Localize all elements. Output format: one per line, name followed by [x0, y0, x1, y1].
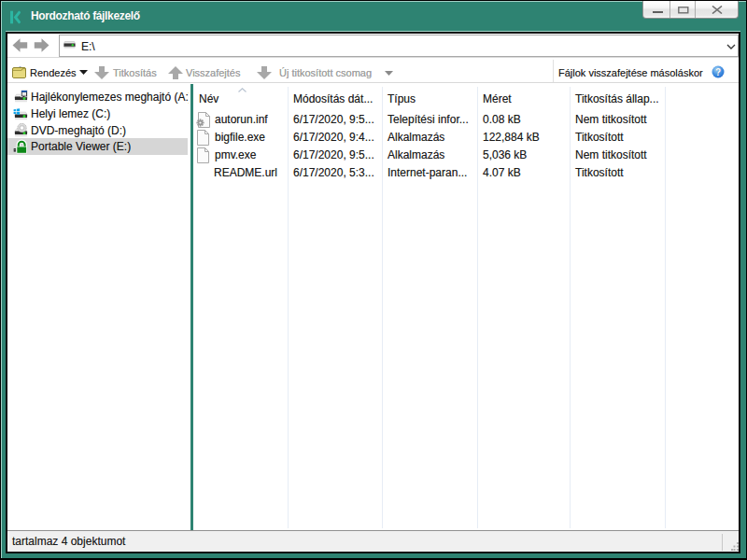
svg-text:?: ?	[715, 67, 721, 77]
